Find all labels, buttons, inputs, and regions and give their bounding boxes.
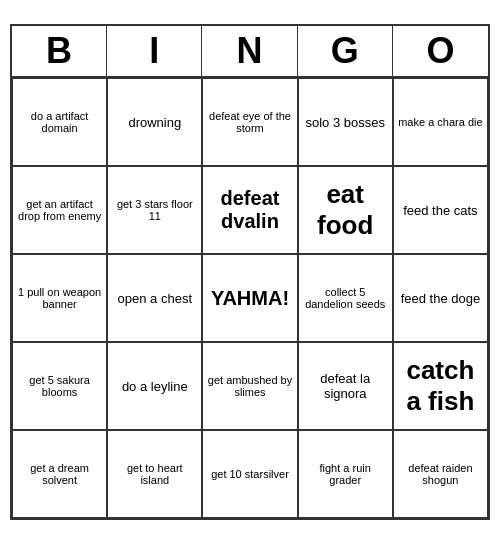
cell-text-12: YAHMA! <box>207 287 292 310</box>
bingo-cell-23: fight a ruin grader <box>298 430 393 518</box>
bingo-cell-1: drowning <box>107 78 202 166</box>
bingo-grid: do a artifact domaindrowningdefeat eye o… <box>12 78 488 518</box>
cell-text-11: open a chest <box>112 291 197 306</box>
bingo-cell-2: defeat eye of the storm <box>202 78 297 166</box>
bingo-cell-19: catch a fish <box>393 342 488 430</box>
cell-text-16: do a leyline <box>112 379 197 394</box>
bingo-cell-6: get 3 stars floor 11 <box>107 166 202 254</box>
bingo-card: BINGO do a artifact domaindrowningdefeat… <box>10 24 490 520</box>
bingo-cell-14: feed the doge <box>393 254 488 342</box>
bingo-cell-0: do a artifact domain <box>12 78 107 166</box>
bingo-cell-16: do a leyline <box>107 342 202 430</box>
bingo-header: BINGO <box>12 26 488 78</box>
cell-text-23: fight a ruin grader <box>303 462 388 486</box>
cell-text-1: drowning <box>112 115 197 130</box>
cell-text-5: get an artifact drop from enemy <box>17 198 102 222</box>
cell-text-10: 1 pull on weapon banner <box>17 286 102 310</box>
cell-text-21: get to heart island <box>112 462 197 486</box>
bingo-cell-18: defeat la signora <box>298 342 393 430</box>
bingo-cell-4: make a chara die <box>393 78 488 166</box>
cell-text-14: feed the doge <box>398 291 483 306</box>
cell-text-13: collect 5 dandelion seeds <box>303 286 388 310</box>
bingo-cell-10: 1 pull on weapon banner <box>12 254 107 342</box>
cell-text-18: defeat la signora <box>303 371 388 401</box>
cell-text-17: get ambushed by slimes <box>207 374 292 398</box>
bingo-cell-3: solo 3 bosses <box>298 78 393 166</box>
cell-text-15: get 5 sakura blooms <box>17 374 102 398</box>
bingo-cell-21: get to heart island <box>107 430 202 518</box>
bingo-letter-g: G <box>298 26 393 76</box>
cell-text-2: defeat eye of the storm <box>207 110 292 134</box>
cell-text-8: eat food <box>303 179 388 241</box>
cell-text-22: get 10 starsilver <box>207 468 292 480</box>
cell-text-4: make a chara die <box>398 116 483 128</box>
cell-text-19: catch a fish <box>398 355 483 417</box>
bingo-cell-15: get 5 sakura blooms <box>12 342 107 430</box>
cell-text-7: defeat dvalin <box>207 187 292 233</box>
bingo-letter-o: O <box>393 26 488 76</box>
cell-text-3: solo 3 bosses <box>303 115 388 130</box>
bingo-cell-7: defeat dvalin <box>202 166 297 254</box>
bingo-letter-i: I <box>107 26 202 76</box>
bingo-cell-17: get ambushed by slimes <box>202 342 297 430</box>
bingo-cell-22: get 10 starsilver <box>202 430 297 518</box>
bingo-cell-8: eat food <box>298 166 393 254</box>
bingo-cell-9: feed the cats <box>393 166 488 254</box>
bingo-cell-12: YAHMA! <box>202 254 297 342</box>
cell-text-9: feed the cats <box>398 203 483 218</box>
cell-text-20: get a dream solvent <box>17 462 102 486</box>
bingo-letter-n: N <box>202 26 297 76</box>
bingo-cell-24: defeat raiden shogun <box>393 430 488 518</box>
bingo-cell-11: open a chest <box>107 254 202 342</box>
cell-text-24: defeat raiden shogun <box>398 462 483 486</box>
bingo-letter-b: B <box>12 26 107 76</box>
cell-text-0: do a artifact domain <box>17 110 102 134</box>
bingo-cell-13: collect 5 dandelion seeds <box>298 254 393 342</box>
bingo-cell-5: get an artifact drop from enemy <box>12 166 107 254</box>
bingo-cell-20: get a dream solvent <box>12 430 107 518</box>
cell-text-6: get 3 stars floor 11 <box>112 198 197 222</box>
